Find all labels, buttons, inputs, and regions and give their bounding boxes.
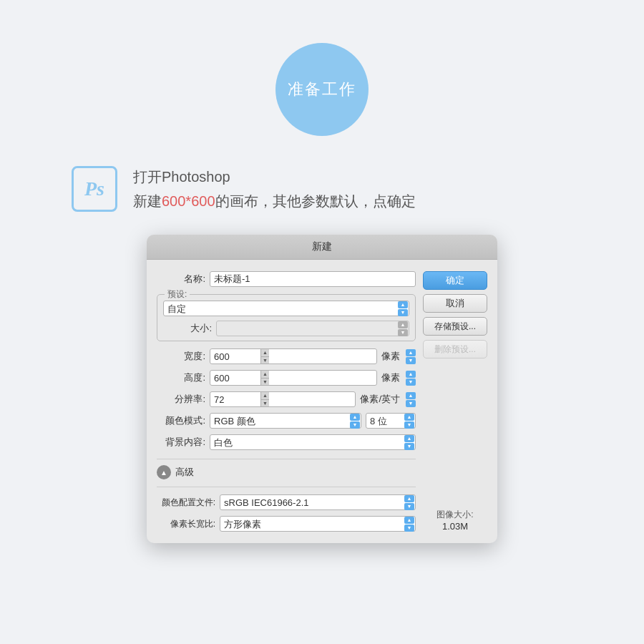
pixel-ratio-row: 像素长宽比: 方形像素 ▲ ▼	[157, 516, 416, 532]
save-preset-button[interactable]: 存储预设...	[423, 317, 487, 336]
width-unit-arrow: ▲ ▼	[406, 349, 416, 364]
new-document-dialog: 新建 名称: 预设: 自定	[147, 235, 497, 543]
width-input[interactable]	[210, 349, 260, 364]
advanced-label: 高级	[175, 466, 194, 479]
resolution-spin-down[interactable]: ▼	[261, 400, 269, 407]
preset-legend: 预设:	[165, 288, 190, 301]
preset-select[interactable]: 自定	[163, 301, 409, 316]
color-mode-select[interactable]: RGB 颜色	[210, 413, 361, 429]
resolution-unit-arrow: ▲ ▼	[406, 392, 416, 407]
delete-preset-button: 删除预设...	[423, 340, 487, 358]
preset-row: 自定 ▲ ▼	[163, 301, 409, 316]
color-bits-select[interactable]: 8 位	[366, 413, 416, 429]
name-row: 名称:	[157, 271, 416, 287]
size-label: 大小:	[163, 322, 212, 335]
resolution-label: 分辨率:	[157, 393, 205, 406]
image-size-label: 图像大小:	[423, 509, 487, 521]
resolution-row: 分辨率: ▲ ▼ 像素/英寸 ▲ ▼	[157, 391, 416, 407]
cancel-button[interactable]: 取消	[423, 294, 487, 313]
ok-button[interactable]: 确定	[423, 271, 487, 290]
height-spin-up[interactable]: ▲	[261, 371, 269, 379]
bg-content-row: 背景内容: 白色 ▲ ▼	[157, 434, 416, 450]
height-label: 高度:	[157, 371, 205, 384]
resolution-unit: 像素/英寸	[360, 393, 400, 406]
width-spinner: ▲ ▼	[260, 349, 269, 364]
section-badge: 准备工作	[275, 43, 369, 136]
instruction-text: 打开Photoshop 新建600*600的画布，其他参数默认，点确定	[133, 165, 416, 213]
image-size-value: 1.03M	[423, 521, 487, 532]
size-row: 大小: ▲ ▼	[163, 321, 409, 336]
pixel-ratio-label: 像素长宽比:	[157, 518, 215, 530]
size-select[interactable]	[216, 321, 409, 336]
height-input[interactable]	[210, 371, 260, 385]
name-label: 名称:	[157, 273, 205, 286]
color-profile-label: 颜色配置文件:	[157, 497, 215, 509]
color-profile-select[interactable]: sRGB IEC61966-2.1	[220, 494, 416, 510]
instruction-line1: 打开Photoshop	[133, 165, 416, 189]
color-profile-row: 颜色配置文件: sRGB IEC61966-2.1 ▲ ▼	[157, 494, 416, 510]
height-spinner: ▲ ▼	[260, 371, 269, 385]
image-size-info: 图像大小: 1.03M	[423, 497, 487, 532]
height-spin-down[interactable]: ▼	[261, 379, 269, 386]
resolution-spin-up[interactable]: ▲	[261, 392, 269, 400]
width-spin-up[interactable]: ▲	[261, 349, 269, 357]
advanced-section: ▲ 高级	[157, 459, 416, 479]
width-row: 宽度: ▲ ▼ 像素 ▲ ▼	[157, 348, 416, 364]
height-unit-arrow: ▲ ▼	[406, 371, 416, 386]
instruction-line2: 新建600*600的画布，其他参数默认，点确定	[133, 189, 416, 213]
name-input[interactable]	[210, 271, 416, 287]
ps-icon: Ps	[72, 166, 117, 212]
pixel-ratio-select[interactable]: 方形像素	[220, 516, 416, 532]
ps-icon-text: Ps	[84, 177, 104, 200]
width-spin-down[interactable]: ▼	[261, 357, 269, 364]
dialog-titlebar: 新建	[147, 235, 497, 260]
color-mode-row: 颜色模式: RGB 颜色 ▲ ▼ 8 位	[157, 413, 416, 429]
width-unit: 像素	[381, 350, 400, 363]
height-unit: 像素	[381, 371, 400, 384]
advanced-toggle-btn[interactable]: ▲	[157, 465, 171, 479]
resolution-spinner: ▲ ▼	[260, 392, 269, 406]
height-row: 高度: ▲ ▼ 像素 ▲ ▼	[157, 370, 416, 386]
bg-content-select[interactable]: 白色	[210, 434, 416, 450]
width-label: 宽度:	[157, 350, 205, 363]
bg-content-label: 背景内容:	[157, 436, 205, 449]
color-mode-label: 颜色模式:	[157, 414, 205, 427]
resolution-input[interactable]	[210, 392, 260, 406]
